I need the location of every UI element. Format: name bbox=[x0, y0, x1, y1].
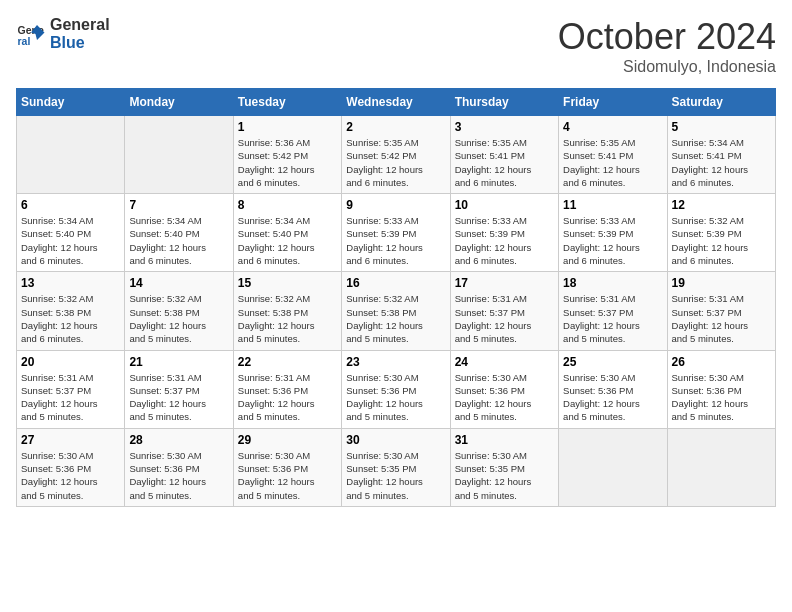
day-info: Sunrise: 5:32 AM Sunset: 5:38 PM Dayligh… bbox=[129, 292, 228, 345]
day-info: Sunrise: 5:31 AM Sunset: 5:37 PM Dayligh… bbox=[455, 292, 554, 345]
calendar-table: SundayMondayTuesdayWednesdayThursdayFrid… bbox=[16, 88, 776, 507]
weekday-header-sunday: Sunday bbox=[17, 89, 125, 116]
calendar-cell: 7Sunrise: 5:34 AM Sunset: 5:40 PM Daylig… bbox=[125, 194, 233, 272]
day-info: Sunrise: 5:32 AM Sunset: 5:38 PM Dayligh… bbox=[238, 292, 337, 345]
day-number: 11 bbox=[563, 198, 662, 212]
calendar-cell: 28Sunrise: 5:30 AM Sunset: 5:36 PM Dayli… bbox=[125, 428, 233, 506]
calendar-cell: 12Sunrise: 5:32 AM Sunset: 5:39 PM Dayli… bbox=[667, 194, 775, 272]
day-info: Sunrise: 5:31 AM Sunset: 5:37 PM Dayligh… bbox=[21, 371, 120, 424]
day-info: Sunrise: 5:31 AM Sunset: 5:37 PM Dayligh… bbox=[563, 292, 662, 345]
day-number: 15 bbox=[238, 276, 337, 290]
calendar-cell: 19Sunrise: 5:31 AM Sunset: 5:37 PM Dayli… bbox=[667, 272, 775, 350]
calendar-cell: 27Sunrise: 5:30 AM Sunset: 5:36 PM Dayli… bbox=[17, 428, 125, 506]
day-number: 6 bbox=[21, 198, 120, 212]
weekday-header-monday: Monday bbox=[125, 89, 233, 116]
calendar-cell bbox=[559, 428, 667, 506]
day-info: Sunrise: 5:32 AM Sunset: 5:39 PM Dayligh… bbox=[672, 214, 771, 267]
header: Gene ral General Blue October 2024 Sidom… bbox=[16, 16, 776, 76]
day-info: Sunrise: 5:30 AM Sunset: 5:36 PM Dayligh… bbox=[455, 371, 554, 424]
day-info: Sunrise: 5:30 AM Sunset: 5:36 PM Dayligh… bbox=[21, 449, 120, 502]
day-number: 4 bbox=[563, 120, 662, 134]
day-number: 9 bbox=[346, 198, 445, 212]
calendar-cell: 2Sunrise: 5:35 AM Sunset: 5:42 PM Daylig… bbox=[342, 116, 450, 194]
day-info: Sunrise: 5:31 AM Sunset: 5:37 PM Dayligh… bbox=[672, 292, 771, 345]
calendar-cell: 8Sunrise: 5:34 AM Sunset: 5:40 PM Daylig… bbox=[233, 194, 341, 272]
calendar-cell: 1Sunrise: 5:36 AM Sunset: 5:42 PM Daylig… bbox=[233, 116, 341, 194]
svg-text:ral: ral bbox=[18, 34, 31, 46]
day-number: 24 bbox=[455, 355, 554, 369]
month-title: October 2024 bbox=[558, 16, 776, 58]
day-info: Sunrise: 5:36 AM Sunset: 5:42 PM Dayligh… bbox=[238, 136, 337, 189]
logo-line1: General bbox=[50, 16, 110, 34]
day-number: 13 bbox=[21, 276, 120, 290]
calendar-week-4: 20Sunrise: 5:31 AM Sunset: 5:37 PM Dayli… bbox=[17, 350, 776, 428]
logo: Gene ral General Blue bbox=[16, 16, 110, 51]
logo-line2: Blue bbox=[50, 34, 110, 52]
weekday-header-wednesday: Wednesday bbox=[342, 89, 450, 116]
calendar-cell: 5Sunrise: 5:34 AM Sunset: 5:41 PM Daylig… bbox=[667, 116, 775, 194]
calendar-cell: 13Sunrise: 5:32 AM Sunset: 5:38 PM Dayli… bbox=[17, 272, 125, 350]
calendar-week-5: 27Sunrise: 5:30 AM Sunset: 5:36 PM Dayli… bbox=[17, 428, 776, 506]
day-number: 7 bbox=[129, 198, 228, 212]
calendar-week-2: 6Sunrise: 5:34 AM Sunset: 5:40 PM Daylig… bbox=[17, 194, 776, 272]
calendar-cell: 29Sunrise: 5:30 AM Sunset: 5:36 PM Dayli… bbox=[233, 428, 341, 506]
day-number: 12 bbox=[672, 198, 771, 212]
calendar-cell: 25Sunrise: 5:30 AM Sunset: 5:36 PM Dayli… bbox=[559, 350, 667, 428]
weekday-header-thursday: Thursday bbox=[450, 89, 558, 116]
day-info: Sunrise: 5:30 AM Sunset: 5:36 PM Dayligh… bbox=[346, 371, 445, 424]
day-info: Sunrise: 5:34 AM Sunset: 5:41 PM Dayligh… bbox=[672, 136, 771, 189]
day-number: 28 bbox=[129, 433, 228, 447]
day-info: Sunrise: 5:30 AM Sunset: 5:36 PM Dayligh… bbox=[129, 449, 228, 502]
calendar-cell: 24Sunrise: 5:30 AM Sunset: 5:36 PM Dayli… bbox=[450, 350, 558, 428]
weekday-header-tuesday: Tuesday bbox=[233, 89, 341, 116]
day-info: Sunrise: 5:35 AM Sunset: 5:41 PM Dayligh… bbox=[563, 136, 662, 189]
day-number: 5 bbox=[672, 120, 771, 134]
day-number: 30 bbox=[346, 433, 445, 447]
calendar-cell: 26Sunrise: 5:30 AM Sunset: 5:36 PM Dayli… bbox=[667, 350, 775, 428]
subtitle: Sidomulyo, Indonesia bbox=[558, 58, 776, 76]
calendar-cell: 4Sunrise: 5:35 AM Sunset: 5:41 PM Daylig… bbox=[559, 116, 667, 194]
day-info: Sunrise: 5:30 AM Sunset: 5:35 PM Dayligh… bbox=[346, 449, 445, 502]
weekday-header-row: SundayMondayTuesdayWednesdayThursdayFrid… bbox=[17, 89, 776, 116]
day-number: 10 bbox=[455, 198, 554, 212]
title-area: October 2024 Sidomulyo, Indonesia bbox=[558, 16, 776, 76]
day-number: 1 bbox=[238, 120, 337, 134]
weekday-header-saturday: Saturday bbox=[667, 89, 775, 116]
day-info: Sunrise: 5:30 AM Sunset: 5:35 PM Dayligh… bbox=[455, 449, 554, 502]
calendar-cell: 23Sunrise: 5:30 AM Sunset: 5:36 PM Dayli… bbox=[342, 350, 450, 428]
calendar-cell: 9Sunrise: 5:33 AM Sunset: 5:39 PM Daylig… bbox=[342, 194, 450, 272]
day-number: 19 bbox=[672, 276, 771, 290]
day-number: 8 bbox=[238, 198, 337, 212]
day-number: 20 bbox=[21, 355, 120, 369]
calendar-cell: 18Sunrise: 5:31 AM Sunset: 5:37 PM Dayli… bbox=[559, 272, 667, 350]
day-info: Sunrise: 5:33 AM Sunset: 5:39 PM Dayligh… bbox=[455, 214, 554, 267]
calendar-cell: 21Sunrise: 5:31 AM Sunset: 5:37 PM Dayli… bbox=[125, 350, 233, 428]
calendar-cell: 31Sunrise: 5:30 AM Sunset: 5:35 PM Dayli… bbox=[450, 428, 558, 506]
calendar-cell: 3Sunrise: 5:35 AM Sunset: 5:41 PM Daylig… bbox=[450, 116, 558, 194]
calendar-cell: 10Sunrise: 5:33 AM Sunset: 5:39 PM Dayli… bbox=[450, 194, 558, 272]
calendar-cell: 22Sunrise: 5:31 AM Sunset: 5:36 PM Dayli… bbox=[233, 350, 341, 428]
day-number: 18 bbox=[563, 276, 662, 290]
day-number: 3 bbox=[455, 120, 554, 134]
day-number: 14 bbox=[129, 276, 228, 290]
day-info: Sunrise: 5:33 AM Sunset: 5:39 PM Dayligh… bbox=[563, 214, 662, 267]
calendar-cell: 17Sunrise: 5:31 AM Sunset: 5:37 PM Dayli… bbox=[450, 272, 558, 350]
day-number: 2 bbox=[346, 120, 445, 134]
calendar-cell bbox=[125, 116, 233, 194]
day-info: Sunrise: 5:30 AM Sunset: 5:36 PM Dayligh… bbox=[672, 371, 771, 424]
day-info: Sunrise: 5:33 AM Sunset: 5:39 PM Dayligh… bbox=[346, 214, 445, 267]
day-number: 17 bbox=[455, 276, 554, 290]
day-info: Sunrise: 5:35 AM Sunset: 5:41 PM Dayligh… bbox=[455, 136, 554, 189]
day-number: 31 bbox=[455, 433, 554, 447]
logo-icon: Gene ral bbox=[16, 19, 46, 49]
day-number: 23 bbox=[346, 355, 445, 369]
day-number: 25 bbox=[563, 355, 662, 369]
day-number: 29 bbox=[238, 433, 337, 447]
day-info: Sunrise: 5:35 AM Sunset: 5:42 PM Dayligh… bbox=[346, 136, 445, 189]
calendar-cell: 15Sunrise: 5:32 AM Sunset: 5:38 PM Dayli… bbox=[233, 272, 341, 350]
calendar-cell: 6Sunrise: 5:34 AM Sunset: 5:40 PM Daylig… bbox=[17, 194, 125, 272]
day-number: 26 bbox=[672, 355, 771, 369]
calendar-cell: 30Sunrise: 5:30 AM Sunset: 5:35 PM Dayli… bbox=[342, 428, 450, 506]
calendar-week-1: 1Sunrise: 5:36 AM Sunset: 5:42 PM Daylig… bbox=[17, 116, 776, 194]
calendar-week-3: 13Sunrise: 5:32 AM Sunset: 5:38 PM Dayli… bbox=[17, 272, 776, 350]
